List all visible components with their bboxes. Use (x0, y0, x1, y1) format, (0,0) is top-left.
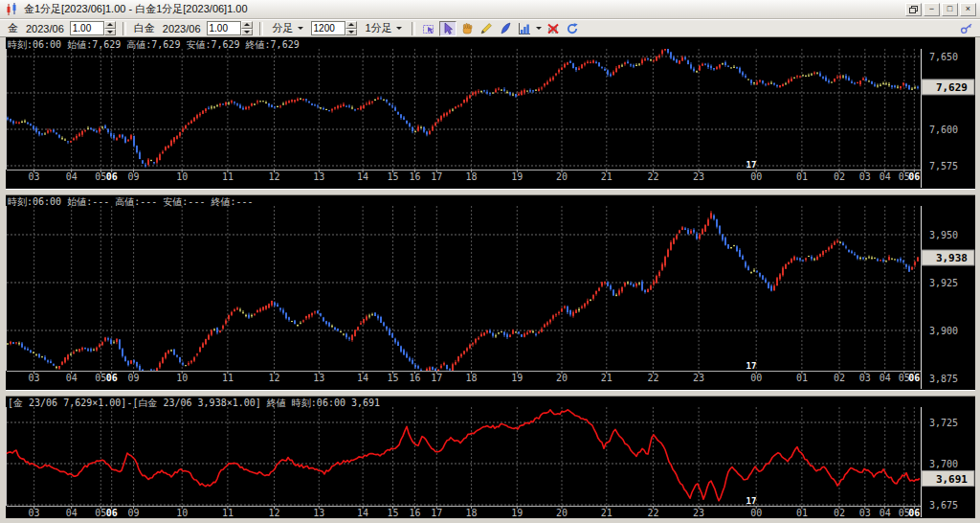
gold-chart-panel: 0304050609101112131415161718192021222300… (6, 38, 975, 189)
svg-text:04: 04 (66, 373, 78, 383)
float-window-button[interactable] (905, 3, 922, 16)
bar-chart-icon (518, 22, 531, 35)
svg-text:09: 09 (128, 171, 140, 182)
pencil-draw-button[interactable] (478, 21, 495, 36)
svg-text:01: 01 (796, 508, 808, 518)
delete-chart-icon (546, 22, 560, 35)
svg-text:7,575: 7,575 (929, 161, 958, 171)
svg-text:3,675: 3,675 (929, 500, 958, 511)
platinum-chart-canvas[interactable]: 0304050609101112131415161718192021222300… (6, 195, 975, 390)
svg-text:15: 15 (387, 171, 398, 182)
svg-text:17: 17 (746, 160, 757, 170)
indicator-chart-button[interactable] (516, 21, 533, 36)
svg-text:06: 06 (106, 171, 118, 182)
bar-count-input[interactable] (311, 21, 345, 35)
svg-text:17: 17 (431, 373, 442, 383)
svg-text:06: 06 (106, 508, 118, 518)
interval-dropdown[interactable]: 1分足 (362, 20, 406, 36)
svg-text:3,700: 3,700 (929, 459, 958, 469)
spread-chart-panel: 0304050609101112131415161718192021222300… (6, 397, 975, 518)
toolbar: 金 2023/06 白金 2023/06 分足 1分足 (0, 19, 980, 37)
bar-type-label: 分足 (273, 21, 294, 35)
platinum-multiplier-stepper[interactable] (241, 21, 253, 35)
platinum-multiplier-input[interactable] (207, 21, 241, 35)
svg-text:22: 22 (647, 508, 658, 518)
svg-text:10: 10 (176, 508, 188, 518)
bar-count-stepper[interactable] (345, 21, 357, 35)
gold-chart-canvas[interactable]: 0304050609101112131415161718192021222300… (6, 38, 975, 189)
chevron-down-icon[interactable] (536, 27, 542, 30)
pan-hand-button[interactable] (458, 21, 476, 36)
svg-text:15: 15 (387, 373, 398, 383)
svg-text:13: 13 (313, 171, 324, 182)
chevron-down-icon (396, 27, 402, 30)
minimize-button[interactable]: − (924, 3, 940, 16)
gold-symbol-label: 金 (8, 21, 18, 35)
svg-text:21: 21 (601, 171, 612, 182)
svg-text:15: 15 (387, 508, 398, 518)
svg-text:04: 04 (66, 171, 78, 182)
svg-text:14: 14 (357, 171, 368, 182)
svg-text:06: 06 (106, 373, 118, 383)
range-select-button[interactable] (420, 21, 437, 36)
svg-text:04: 04 (880, 171, 891, 182)
svg-text:11: 11 (222, 373, 234, 383)
svg-text:04: 04 (880, 508, 891, 518)
svg-text:00: 00 (750, 171, 762, 182)
panel-splitter[interactable] (6, 189, 975, 195)
app-candlestick-icon (5, 3, 20, 16)
window-title: 金1分足[2023/06]1.00 - 白金1分足[2023/06]1.00 (24, 2, 905, 16)
svg-text:14: 14 (357, 508, 368, 518)
float-icon (909, 6, 918, 13)
svg-text:21: 21 (601, 373, 612, 383)
chart-region: 0304050609101112131415161718192021222300… (0, 37, 980, 523)
svg-text:19: 19 (511, 171, 523, 182)
panel-splitter[interactable] (6, 390, 975, 397)
maximize-button[interactable]: □ (942, 3, 958, 16)
platinum-ohlc-readout: 時刻:06:00 始値:--- 高値:--- 安値:--- 終値:--- (8, 195, 254, 206)
toolbar-separator (412, 22, 415, 35)
toolbar-separator (122, 22, 126, 35)
svg-text:13: 13 (313, 508, 324, 518)
svg-text:23: 23 (693, 171, 704, 182)
svg-text:10: 10 (176, 373, 188, 383)
svg-text:22: 22 (647, 171, 658, 182)
interval-label: 1分足 (366, 21, 392, 35)
gold-multiplier-input[interactable] (70, 21, 104, 35)
svg-text:09: 09 (128, 373, 140, 383)
gold-multiplier-stepper[interactable] (104, 21, 116, 35)
svg-text:11: 11 (222, 508, 234, 518)
toolbar-separator (259, 22, 263, 35)
svg-text:06: 06 (908, 508, 920, 518)
svg-text:3,925: 3,925 (929, 278, 958, 288)
title-bar[interactable]: 金1分足[2023/06]1.00 - 白金1分足[2023/06]1.00 −… (0, 0, 980, 19)
svg-text:03: 03 (29, 171, 40, 182)
svg-text:16: 16 (409, 373, 420, 383)
platinum-contract-label: 2023/06 (163, 23, 201, 34)
bar-type-dropdown[interactable]: 分足 (269, 20, 307, 36)
svg-text:09: 09 (128, 508, 140, 518)
pen-draw-button[interactable] (497, 21, 514, 36)
svg-text:03: 03 (859, 171, 871, 182)
spread-chart-canvas[interactable]: 0304050609101112131415161718192021222300… (6, 397, 975, 518)
svg-text:17: 17 (746, 496, 757, 506)
close-button[interactable]: × (960, 3, 976, 16)
svg-text:01: 01 (796, 373, 808, 383)
cursor-tool-button[interactable] (439, 21, 457, 36)
svg-text:3,875: 3,875 (929, 374, 958, 384)
svg-text:12: 12 (268, 508, 279, 518)
svg-text:12: 12 (268, 373, 279, 383)
refresh-button[interactable] (564, 21, 581, 36)
svg-text:04: 04 (880, 373, 891, 383)
svg-text:3,725: 3,725 (929, 418, 958, 428)
cursor-icon (441, 22, 455, 35)
delete-chart-button[interactable] (545, 21, 562, 36)
svg-text:00: 00 (750, 508, 762, 518)
range-select-icon (422, 22, 435, 35)
settings-key-button[interactable] (958, 21, 975, 36)
svg-text:13: 13 (313, 373, 324, 383)
svg-text:03: 03 (859, 508, 871, 518)
svg-text:19: 19 (511, 373, 523, 383)
svg-text:3,900: 3,900 (929, 326, 958, 336)
svg-text:05: 05 (95, 171, 106, 182)
